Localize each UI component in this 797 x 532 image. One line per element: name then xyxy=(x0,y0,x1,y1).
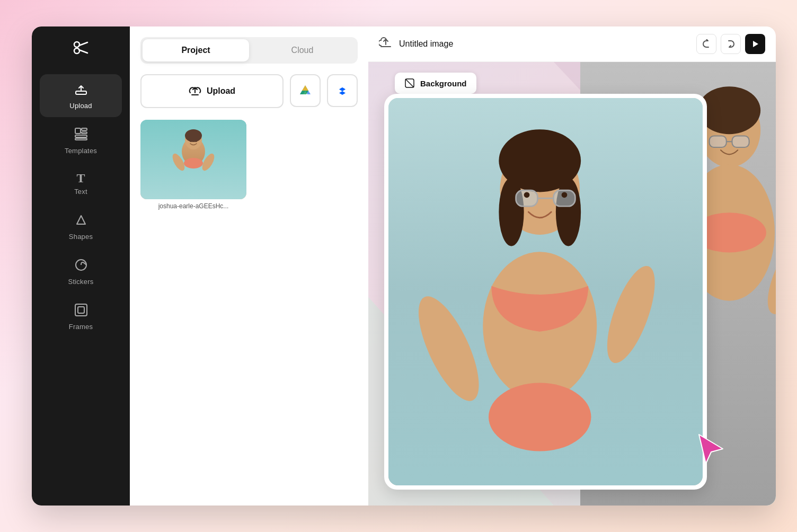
sidebar-item-text[interactable]: T Text xyxy=(40,164,122,203)
background-icon xyxy=(404,78,415,88)
tab-bar: Project Cloud xyxy=(140,37,358,64)
shapes-icon xyxy=(74,212,88,229)
thumbnail-area: joshua-earle-aGEEsHc... xyxy=(140,120,358,210)
svg-point-31 xyxy=(698,86,760,134)
svg-point-52 xyxy=(489,383,591,451)
svg-point-1 xyxy=(74,48,79,54)
svg-marker-53 xyxy=(699,435,723,464)
logo-area xyxy=(68,36,94,63)
upload-to-cloud-icon xyxy=(379,36,393,52)
thumbnail-item[interactable]: joshua-earle-aGEEsHc... xyxy=(140,120,246,210)
svg-rect-12 xyxy=(78,307,84,313)
svg-rect-5 xyxy=(75,128,81,134)
document-title: Untitled image xyxy=(399,39,453,49)
sidebar-item-stickers[interactable]: Stickers xyxy=(40,250,122,293)
foreground-image xyxy=(388,98,703,485)
svg-point-17 xyxy=(184,158,203,169)
upload-button-label: Upload xyxy=(207,86,235,96)
svg-line-3 xyxy=(79,50,87,53)
stickers-icon xyxy=(74,258,88,274)
thumbnail-svg xyxy=(140,120,246,199)
sidebar-item-upload-label: Upload xyxy=(69,102,92,110)
sidebar-item-frames[interactable]: Frames xyxy=(40,295,122,338)
sidebar-item-frames-label: Frames xyxy=(69,323,93,331)
top-toolbar: Untitled image xyxy=(368,26,776,62)
svg-rect-11 xyxy=(75,304,87,316)
svg-rect-35 xyxy=(732,136,749,147)
app-logo xyxy=(72,38,91,61)
upload-cloud-icon xyxy=(189,85,201,97)
templates-icon xyxy=(74,127,88,144)
text-icon: T xyxy=(76,172,85,184)
background-button-label: Background xyxy=(420,79,467,88)
cursor-indicator xyxy=(696,432,725,468)
canvas-area: Untitled image xyxy=(368,26,776,506)
svg-rect-9 xyxy=(75,138,87,140)
undo-button[interactable] xyxy=(696,34,716,54)
upload-buttons-row: Upload xyxy=(140,74,358,108)
svg-point-43 xyxy=(556,178,581,246)
tab-cloud[interactable]: Cloud xyxy=(249,39,356,61)
toolbar-right xyxy=(696,34,765,54)
sidebar-item-shapes[interactable]: Shapes xyxy=(40,205,122,248)
canvas-content: Background xyxy=(368,62,776,506)
sidebar-item-templates-label: Templates xyxy=(65,147,97,155)
sidebar-item-upload[interactable]: Upload xyxy=(40,74,122,117)
svg-line-28 xyxy=(405,79,414,87)
svg-point-21 xyxy=(195,140,197,142)
google-drive-icon xyxy=(299,84,312,97)
svg-rect-8 xyxy=(75,135,87,137)
upload-icon xyxy=(74,82,88,99)
svg-marker-22 xyxy=(753,41,758,47)
svg-rect-6 xyxy=(82,128,87,130)
redo-button[interactable] xyxy=(721,34,741,54)
svg-point-0 xyxy=(74,42,79,47)
svg-point-42 xyxy=(499,178,524,246)
left-panel: Project Cloud Upload xyxy=(130,26,368,506)
google-drive-button[interactable] xyxy=(290,74,321,107)
svg-line-2 xyxy=(79,42,87,46)
dropbox-button[interactable] xyxy=(327,74,358,107)
sidebar-item-text-label: Text xyxy=(74,188,87,196)
frames-icon xyxy=(74,303,88,320)
tab-project[interactable]: Project xyxy=(143,39,249,61)
background-button[interactable]: Background xyxy=(395,73,476,94)
thumbnail-image xyxy=(140,120,246,199)
svg-rect-7 xyxy=(82,132,87,134)
foreground-image-card[interactable] xyxy=(384,94,707,490)
sidebar: Upload Templates T Text xyxy=(32,26,130,506)
dropbox-icon xyxy=(336,84,349,97)
thumbnail-name: joshua-earle-aGEEsHc... xyxy=(158,202,229,210)
svg-point-47 xyxy=(524,192,530,198)
upload-button[interactable]: Upload xyxy=(140,74,284,108)
svg-rect-4 xyxy=(76,91,86,94)
app-container: Upload Templates T Text xyxy=(32,26,776,506)
svg-point-16 xyxy=(185,129,202,142)
sidebar-item-shapes-label: Shapes xyxy=(69,233,93,241)
svg-point-20 xyxy=(190,140,192,142)
toolbar-left: Untitled image xyxy=(379,36,453,52)
sidebar-item-stickers-label: Stickers xyxy=(68,278,94,286)
export-button[interactable] xyxy=(745,34,765,54)
sidebar-item-templates[interactable]: Templates xyxy=(40,119,122,162)
svg-point-48 xyxy=(562,192,568,198)
svg-rect-34 xyxy=(709,136,726,147)
